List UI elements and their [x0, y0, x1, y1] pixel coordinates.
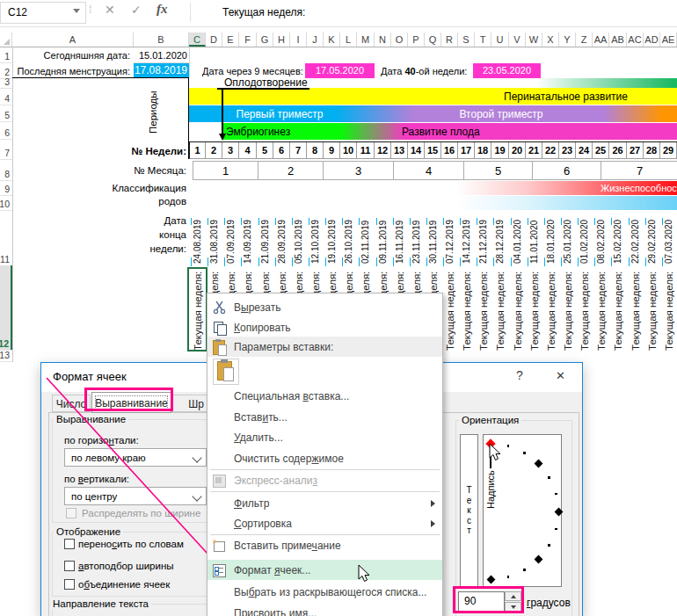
cell-week40-value[interactable]: 23.05.2020 [473, 63, 541, 78]
week-cell-23[interactable]: 23 [559, 142, 576, 159]
current-week-cell-17[interactable]: Текущая неделя: [462, 272, 472, 351]
week-cell-12[interactable]: 12 [375, 142, 391, 159]
month-cell-2[interactable]: 2 [258, 161, 323, 180]
week-end-date-17[interactable]: 14.12.2019 [462, 220, 471, 264]
week-cell-8[interactable]: 8 [307, 142, 324, 159]
current-week-cell-28[interactable]: Текущая неделя: [647, 272, 658, 351]
week-cell-11[interactable]: 11 [357, 142, 375, 159]
week-cell-15[interactable]: 15 [425, 142, 441, 159]
week-end-date-22[interactable]: 18.01.2020 [546, 220, 556, 264]
menu-item-insert[interactable]: Вставить... [207, 407, 442, 427]
current-week-cell-27[interactable]: Текущая неделя: [630, 272, 641, 351]
classification-label-line1[interactable]: Классификация [0, 183, 186, 193]
week-cell-29[interactable]: 29 [660, 142, 677, 159]
week-end-date-19[interactable]: 28.12.2019 [495, 220, 505, 264]
dial-dot--15[interactable] [555, 528, 557, 531]
week-cell-3[interactable]: 3 [222, 142, 239, 159]
week-end-date-11[interactable]: 02.11.2019 [360, 221, 370, 264]
week-end-date-13[interactable]: 16.11.2019 [395, 221, 404, 264]
month-cell-4[interactable]: 4 [393, 161, 463, 180]
week-cell-25[interactable]: 25 [593, 142, 609, 159]
selected-cell-c12[interactable] [187, 267, 207, 351]
week-end-date-5[interactable]: 21.09.2019 [260, 220, 270, 264]
month-cell-1[interactable]: 1 [193, 161, 258, 180]
menu-item-delete[interactable]: Удалить... [207, 427, 442, 447]
dial-dot--60[interactable] [523, 569, 526, 571]
week-end-date-20[interactable]: 04.01.2020 [513, 220, 522, 264]
classification-gradient-bar[interactable] [457, 196, 677, 210]
cell-today-label[interactable]: Сегодняшняя дата: [0, 50, 130, 61]
horizontal-chevron-icon[interactable] [192, 453, 201, 462]
fertilization-label[interactable]: Оплодотворение [224, 76, 308, 89]
week-end-date-16[interactable]: 07.12.2019 [445, 220, 455, 264]
menu-item-paste-button[interactable] [207, 357, 442, 388]
week-cell-6[interactable]: 6 [273, 142, 290, 159]
classification-label-line2[interactable]: родов [0, 196, 186, 207]
cell-period-label[interactable]: Последняя менструация: [0, 66, 130, 76]
periods-label[interactable]: Периоды [148, 91, 158, 134]
cell-week40-label[interactable]: Дата 40-ой недели: [381, 66, 467, 76]
week-cell-27[interactable]: 27 [627, 142, 644, 159]
week-end-date-10[interactable]: 26.10.2019 [344, 220, 353, 264]
week-end-date-21[interactable]: 11.01.2020 [529, 221, 539, 264]
menu-item-pick-from-list[interactable]: Выбрать из раскрывающегося списка... [207, 582, 442, 602]
week-end-date-25[interactable]: 08.02.2020 [596, 220, 606, 264]
week-cell-5[interactable]: 5 [257, 142, 273, 159]
week-end-label-line1[interactable]: Дата [0, 215, 186, 226]
week-end-label-line2[interactable]: конца [0, 229, 186, 240]
week-end-date-28[interactable]: 29.02.2020 [647, 220, 657, 264]
week-end-date-27[interactable]: 22.02.2020 [630, 220, 640, 264]
current-week-cell-22[interactable]: Текущая неделя: [546, 272, 557, 351]
week-end-date-15[interactable]: 30.11.2019 [428, 221, 438, 264]
week-end-date-4[interactable]: 14.09.2019 [243, 220, 252, 264]
current-week-cell-20[interactable]: Текущая неделя: [513, 272, 523, 351]
merge-checkbox[interactable] [64, 579, 75, 590]
perinatal-gradient-bar[interactable] [536, 78, 677, 88]
week-end-date-23[interactable]: 25.01.2020 [563, 220, 572, 264]
current-week-cell-25[interactable]: Текущая неделя: [596, 272, 607, 351]
week-cell-10[interactable]: 10 [340, 142, 357, 159]
current-week-cell-29[interactable]: Текущая неделя: [664, 272, 674, 351]
menu-item-sort[interactable]: Сортировка [207, 513, 442, 533]
dial-dot-15[interactable] [555, 493, 557, 496]
vertical-text-option[interactable]: Текст [460, 434, 478, 587]
week-cell-26[interactable]: 26 [609, 142, 627, 159]
dial-dot-60[interactable] [523, 452, 526, 454]
shrink-checkbox[interactable] [64, 561, 75, 571]
horizontal-select[interactable]: по левому краю [64, 448, 207, 467]
week-cell-28[interactable]: 28 [644, 142, 660, 159]
menu-item-filter[interactable]: Фильтр [207, 493, 442, 513]
cell-today-value[interactable]: 15.01.2020 [134, 50, 187, 61]
menu-item-copy[interactable]: Копировать [207, 317, 442, 337]
vertical-select[interactable]: по центру [64, 487, 207, 505]
week-end-date-12[interactable]: 09.11.2019 [378, 221, 388, 264]
week-end-date-2[interactable]: 31.08.2019 [209, 220, 219, 264]
vertical-chevron-icon[interactable] [192, 491, 201, 501]
month-cell-3[interactable]: 3 [323, 161, 393, 180]
dial-marker--90[interactable] [486, 575, 495, 583]
dial-dot--30[interactable] [548, 544, 550, 547]
week-end-date-6[interactable]: 28.09.2019 [277, 220, 287, 264]
week-end-date-14[interactable]: 23.11.2019 [411, 221, 421, 264]
week-cell-2[interactable]: 2 [206, 142, 222, 159]
month-cell-6[interactable]: 6 [532, 161, 601, 180]
menu-item-define-name[interactable]: Присвоить имя... [207, 603, 442, 616]
current-week-cell-24[interactable]: Текущая неделя: [579, 272, 590, 351]
week-cell-22[interactable]: 22 [542, 142, 559, 159]
menu-item-clear-contents[interactable]: Очистить содержимое [207, 448, 442, 468]
cell-period-value[interactable]: 17.08.2019 [134, 63, 189, 78]
wrap-checkbox[interactable] [64, 539, 75, 549]
week-cell-21[interactable]: 21 [526, 142, 542, 159]
dial-marker-0[interactable] [554, 507, 563, 516]
week-end-date-8[interactable]: 12.10.2019 [310, 220, 320, 264]
current-week-cell-26[interactable]: Текущая неделя: [613, 272, 623, 351]
menu-item-format-cells[interactable]: Формат ячеек... [207, 560, 442, 580]
weeks-row-label[interactable]: № Недели: [0, 146, 186, 156]
current-week-cell-21[interactable]: Текущая неделя: [529, 272, 540, 351]
week-cell-4[interactable]: 4 [239, 142, 257, 159]
week-cell-14[interactable]: 14 [408, 142, 425, 159]
current-week-cell-16[interactable]: Текущая неделя: [445, 272, 455, 351]
week-cell-9[interactable]: 9 [324, 142, 340, 159]
menu-item-quick-analysis[interactable]: Экспресс-анализ [207, 470, 442, 490]
week-cell-19[interactable]: 19 [491, 142, 509, 159]
